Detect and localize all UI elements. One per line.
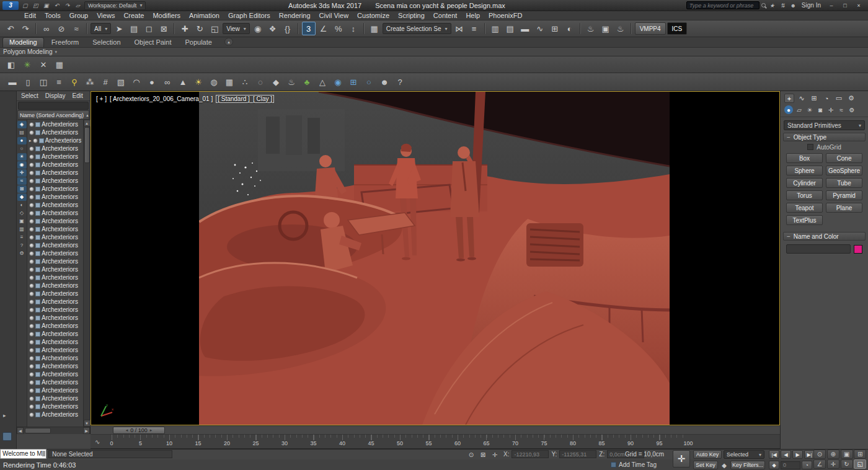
menu-item[interactable]: Modifiers (148, 11, 185, 20)
scene-object-row[interactable]: Archexteriors (27, 370, 83, 378)
new-scene-icon[interactable]: ▢ (20, 1, 30, 10)
scroll-up-icon[interactable]: ▲ (84, 120, 91, 126)
curve-editor-icon[interactable]: ∿ (533, 22, 547, 35)
viewport-shading-label[interactable]: [ Standard ] (218, 95, 250, 102)
show-cameras-icon[interactable]: ◉ (17, 161, 27, 169)
category-shapes[interactable]: ▱ (795, 105, 804, 114)
select-object-icon[interactable]: ➤ (112, 22, 126, 35)
key-filters-button[interactable]: Key Filters... (730, 461, 765, 469)
maximize-button[interactable]: □ (838, 1, 852, 10)
scene-object-row[interactable]: Archexteriors (27, 144, 83, 153)
primitive-button[interactable]: GeoSphere (826, 166, 862, 175)
visibility-eye-icon[interactable] (29, 299, 34, 304)
scene-object-row[interactable]: Archexteriors (27, 273, 83, 282)
ics-button[interactable]: ICS (667, 22, 688, 35)
teapot-icon[interactable]: ♨ (285, 76, 298, 88)
visibility-eye-icon[interactable] (29, 227, 34, 232)
add-time-tag[interactable]: Add Time Tag (611, 461, 657, 468)
lock-cell-icon[interactable]: ▣ (17, 218, 27, 225)
menu-item[interactable]: Scripting (394, 11, 429, 20)
tab-modify[interactable]: ∿ (797, 94, 807, 103)
visibility-eye-icon[interactable] (29, 348, 34, 353)
reference-coordinate-dropdown[interactable]: View (223, 23, 250, 34)
hedra-icon[interactable]: ◆ (270, 76, 282, 88)
visibility-eye-icon[interactable] (29, 396, 34, 401)
primitive-button[interactable]: Pyramid (826, 190, 862, 200)
visibility-eye-icon[interactable] (29, 243, 34, 248)
material-editor-icon[interactable]: ◐ (563, 22, 577, 35)
visibility-eye-icon[interactable] (29, 372, 34, 377)
scene-object-row[interactable]: Archexteriors (27, 185, 83, 193)
favorites-icon[interactable]: ★ (768, 1, 777, 10)
menu-item[interactable]: Group (65, 11, 93, 20)
scene-object-row[interactable]: Archexteriors (27, 410, 83, 419)
tab-motion[interactable]: ◔ (822, 94, 831, 103)
tab-display[interactable]: ▭ (834, 94, 844, 103)
menu-item[interactable]: PhoenixFD (484, 11, 526, 20)
explorer-vertical-scrollbar[interactable]: ▲ ▼ (83, 120, 90, 427)
show-geometry-icon[interactable]: ● (17, 137, 27, 144)
scene-object-row[interactable]: Archexteriors (27, 322, 83, 330)
scene-object-row[interactable]: Archexteriors (27, 265, 83, 273)
menu-item[interactable]: Edit (20, 11, 40, 20)
close-button[interactable]: × (852, 1, 866, 10)
viewport-layout-icon[interactable]: ◧ (5, 58, 17, 71)
mini-curve-editor-icon[interactable]: ∿ (95, 438, 100, 445)
scene-object-row[interactable]: Archexteriors (27, 330, 83, 338)
visibility-eye-icon[interactable] (29, 251, 34, 256)
scene-object-row[interactable]: Archexteriors (27, 249, 83, 257)
viewport-layout-tab-icon[interactable] (2, 432, 12, 441)
bind-spacewarp-icon[interactable]: ≈ (69, 22, 83, 35)
camera-viewport[interactable]: [ + ] [ Archexteriors_20_006_Camera_01 ]… (91, 91, 780, 425)
workspace-dropdown[interactable]: Workspace: Default (84, 1, 146, 10)
primitive-button[interactable]: Plane (826, 203, 862, 213)
undo-icon[interactable]: ↶ (4, 22, 17, 35)
render-setup-icon[interactable]: ♨ (584, 22, 598, 35)
visibility-eye-icon[interactable] (29, 130, 34, 135)
biped-icon[interactable]: ☻ (378, 76, 391, 88)
visibility-eye-icon[interactable] (29, 195, 34, 200)
visibility-eye-icon[interactable] (29, 324, 34, 329)
select-move-icon[interactable]: ✚ (178, 22, 192, 35)
populate-icon[interactable]: ✳ (21, 58, 33, 71)
box-primitive-icon[interactable]: ▧ (115, 76, 127, 88)
explorer-menu-item[interactable]: Edit (69, 92, 86, 100)
stairs-icon[interactable]: ≡ (53, 76, 65, 88)
menu-item[interactable]: Animation (185, 11, 224, 20)
category-cameras[interactable]: ◙ (816, 105, 825, 114)
visibility-eye-icon[interactable] (29, 364, 34, 369)
primitive-button[interactable]: Torus (786, 190, 823, 200)
vmpp4-button[interactable]: VMPP4 (635, 22, 666, 35)
scroll-left-icon[interactable]: ◀ (17, 427, 24, 434)
explorer-menu-item[interactable]: Select (18, 92, 42, 100)
visibility-eye-icon[interactable] (29, 316, 34, 321)
show-xrefs-icon[interactable]: ◆ (17, 193, 27, 201)
sort-icon[interactable]: ▤ (17, 129, 27, 136)
object-type-rollout-header[interactable]: Object Type (783, 133, 866, 141)
visibility-eye-icon[interactable] (29, 146, 34, 151)
scene-object-row[interactable]: Archexteriors (27, 282, 83, 290)
scene-object-row[interactable]: Archexteriors (27, 169, 83, 177)
visibility-eye-icon[interactable] (29, 259, 34, 264)
viewport-camera-label[interactable]: [ Archexteriors_20_006_Camera_01 ] (110, 95, 213, 102)
project-folder-icon[interactable]: ▱ (73, 1, 82, 10)
search-input[interactable] (686, 1, 760, 9)
selection-filter-dropdown[interactable]: All (91, 23, 111, 34)
visibility-eye-icon[interactable] (29, 219, 34, 224)
y-coordinate-field[interactable] (559, 450, 596, 458)
layer-explorer-icon[interactable]: ▤ (503, 22, 517, 35)
viewport-style-label[interactable]: [ Clay ] (253, 95, 272, 102)
foliage-icon[interactable]: ♣ (301, 76, 313, 88)
set-keys-button[interactable]: ✛ (673, 450, 690, 468)
select-manipulate-icon[interactable]: ❖ (266, 22, 280, 35)
visibility-eye-icon[interactable] (29, 283, 34, 288)
menu-item[interactable]: Tools (40, 11, 65, 20)
scene-object-row[interactable]: Archexteriors (27, 362, 83, 370)
zoom-all-icon[interactable]: ⊕ (827, 450, 839, 459)
scene-object-row[interactable]: Archexteriors (27, 120, 83, 128)
scene-object-row[interactable]: Archexteriors (27, 209, 83, 217)
explorer-horizontal-scrollbar[interactable]: ◀ ▶ (17, 427, 90, 434)
select-link-icon[interactable]: ∞ (40, 22, 53, 35)
named-selection-dropdown[interactable]: Create Selection Se (383, 23, 451, 34)
visibility-eye-icon[interactable] (29, 356, 34, 361)
